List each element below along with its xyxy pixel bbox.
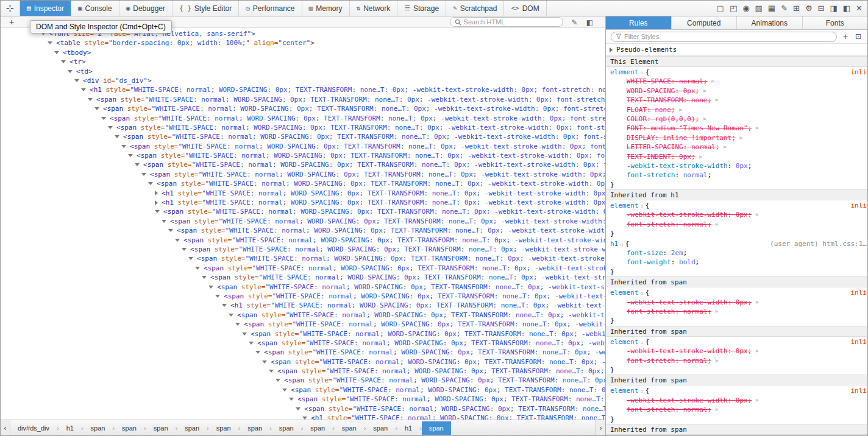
markup-node[interactable]: <span style="WHITE-SPACE: normal; WORD-S… (1, 95, 605, 104)
expander-icon[interactable] (74, 79, 79, 82)
pen-icon[interactable]: ✎ (572, 18, 578, 27)
add-rule-button[interactable]: + (842, 32, 849, 41)
tab-style-editor[interactable]: { }Style Editor (173, 1, 239, 16)
css-property[interactable]: TEXT-TRANSFORM: none;⚑ (606, 96, 867, 105)
sidebar-tab-fonts[interactable]: Fonts (803, 16, 868, 29)
markup-node[interactable]: <span style="WHITE-SPACE: normal; WORD-S… (1, 226, 605, 235)
expander-icon[interactable] (48, 41, 52, 44)
scratchpad-icon[interactable]: ▦ (768, 4, 775, 12)
markup-node[interactable]: <span style="WHITE-SPACE: normal; WORD-S… (1, 151, 605, 160)
css-property[interactable]: font-stretch: normal;⚑ (606, 405, 867, 414)
breadcrumb-item-span-6[interactable]: span (209, 421, 238, 435)
breadcrumb-item-span-2[interactable]: span (84, 421, 113, 435)
rule-selector[interactable]: element (610, 68, 638, 76)
rule-selector[interactable]: element (610, 289, 638, 297)
breadcrumb-item-span-8[interactable]: span (272, 421, 301, 435)
sidebar-tab-computed[interactable]: Computed (672, 16, 738, 29)
breadcrumb-item-span-7[interactable]: span (240, 421, 269, 435)
expander-icon[interactable] (101, 117, 106, 120)
tab-scratchpad[interactable]: ✎Scratchpad (446, 1, 504, 16)
expander-icon[interactable] (61, 60, 66, 63)
expander-icon[interactable] (289, 398, 294, 401)
expander-icon[interactable] (81, 88, 86, 91)
markup-node[interactable]: <tbody> (1, 48, 605, 57)
tab-dom[interactable]: <>DOM (504, 1, 546, 16)
markup-node[interactable]: <span style="WHITE-SPACE: normal; WORD-S… (1, 114, 605, 123)
markup-node[interactable]: <span style="WHITE-SPACE: normal; WORD-S… (1, 236, 605, 245)
css-property[interactable]: font-size: 2em; (606, 248, 867, 258)
highlight-selector-icon[interactable]: ▫ (620, 241, 623, 247)
css-property[interactable]: WHITE-SPACE: normal;⚑ (606, 77, 867, 86)
highlight-selector-icon[interactable]: ▫ (640, 203, 643, 209)
add-node-button[interactable]: + (4, 18, 19, 26)
dock-side-icon[interactable]: ◨ (830, 4, 838, 12)
expander-icon[interactable] (229, 314, 233, 317)
expander-icon[interactable] (262, 360, 267, 364)
tab-inspector[interactable]: ▤Inspector (20, 1, 71, 16)
markup-node[interactable]: <span style="WHITE-SPACE: normal; WORD-S… (1, 292, 605, 301)
css-property[interactable]: TEXT-INDENT: 0px;⚑ (606, 152, 867, 161)
expander-icon[interactable] (255, 351, 260, 354)
highlight-selector-icon[interactable]: ▫ (640, 388, 643, 394)
split-console-icon[interactable]: ⊟ (818, 4, 825, 12)
markup-node[interactable]: <span style="WHITE-SPACE: normal; WORD-S… (1, 217, 605, 226)
expander-icon[interactable] (155, 191, 158, 195)
css-property[interactable]: font-stretch: normal;⚑ (606, 307, 867, 316)
markup-node[interactable]: <span style="WHITE-SPACE: normal; WORD-S… (1, 123, 605, 132)
sidebar-tab-rules[interactable]: Rules (606, 16, 672, 29)
markup-node[interactable]: <span style="WHITE-SPACE: normal; WORD-S… (1, 132, 605, 141)
expander-icon[interactable] (135, 163, 140, 166)
expander-icon[interactable] (188, 257, 193, 260)
markup-node[interactable]: <tr> (1, 57, 605, 66)
expander-icon[interactable] (94, 107, 99, 110)
breadcrumb-item-span-4[interactable]: span (146, 421, 176, 435)
expander-icon[interactable] (242, 332, 247, 336)
breadcrumb-item-span-5[interactable]: span (177, 421, 207, 435)
expander-icon[interactable] (208, 286, 213, 289)
rule-source-link[interactable]: inli (851, 68, 868, 77)
css-property[interactable]: WORD-SPACING: 0px;⚑ (606, 86, 867, 96)
markup-node[interactable]: <span style="WHITE-SPACE: normal; WORD-S… (1, 311, 605, 320)
expander-icon[interactable] (202, 276, 207, 279)
markup-node[interactable]: <span style="WHITE-SPACE: normal; WORD-S… (1, 254, 605, 263)
element-picker-button[interactable]: ⊹ (1, 1, 20, 16)
markup-node[interactable]: <span style="WHITE-SPACE: normal; WORD-S… (1, 142, 605, 151)
markup-node[interactable]: <span style="WHITE-SPACE: normal; WORD-S… (1, 207, 605, 216)
css-property[interactable]: -webkit-text-stroke-width: 0px;⚑ (606, 346, 867, 356)
tab-debugger[interactable]: ◉Debugger (119, 1, 173, 16)
css-property[interactable]: DISPLAY: inline !important;⚑ (606, 133, 867, 142)
markup-node[interactable]: <span style="WHITE-SPACE: normal; WORD-S… (1, 395, 605, 404)
markup-node[interactable]: <span style="WHITE-SPACE: normal; WORD-S… (1, 104, 605, 113)
markup-node[interactable]: <span style="WHITE-SPACE: normal; WORD-S… (1, 385, 605, 395)
css-property[interactable]: -webkit-text-stroke-width: 0px; (606, 161, 867, 171)
css-property[interactable]: font-stretch: normal; (606, 171, 867, 180)
pseudo-elements-header[interactable]: Pseudo-elements (606, 44, 867, 56)
css-property[interactable]: font-weight: bold; (606, 258, 867, 267)
expander-icon[interactable] (182, 248, 187, 251)
expander-icon[interactable] (121, 145, 126, 148)
search-html-input[interactable] (464, 18, 558, 26)
expander-icon[interactable] (269, 370, 274, 373)
markup-node[interactable]: <span style="WHITE-SPACE: normal; WORD-S… (1, 329, 605, 339)
expander-icon[interactable] (148, 182, 153, 185)
breadcrumb-item-span-10[interactable]: span (335, 421, 364, 435)
markup-node[interactable]: <h1 style="WHITE-SPACE: normal; WORD-SPA… (1, 413, 605, 420)
expander-icon[interactable] (155, 200, 158, 205)
breadcrumb-scroll-left-button[interactable]: ‹ (1, 420, 10, 435)
eyedropper-icon[interactable]: ✎ (781, 4, 788, 12)
expander-icon[interactable] (88, 98, 93, 101)
highlight-selector-icon[interactable]: ▫ (640, 339, 643, 345)
responsive-mode-icon[interactable]: ◰ (730, 4, 737, 12)
rule-selector[interactable]: element (610, 387, 638, 395)
expander-icon[interactable] (175, 239, 180, 242)
settings-icon[interactable]: ⚙ (805, 4, 813, 12)
breadcrumb-item-h1-1[interactable]: h1 (59, 421, 81, 435)
css-property[interactable]: COLOR: rgb(0,0,0);⚑ (606, 114, 867, 124)
css-property[interactable]: -webkit-text-stroke-width: 0px;⚑ (606, 210, 867, 219)
expander-icon[interactable] (296, 407, 301, 410)
breadcrumb-scroll-right-button[interactable]: › (596, 420, 605, 435)
markup-node[interactable]: <h1 style="WHITE-SPACE: normal; WORD-SPA… (1, 301, 605, 310)
tab-memory[interactable]: ▥Memory (302, 1, 350, 16)
rulers-icon[interactable]: ⊞ (793, 4, 800, 12)
tab-performance[interactable]: ◷Performance (239, 1, 302, 16)
